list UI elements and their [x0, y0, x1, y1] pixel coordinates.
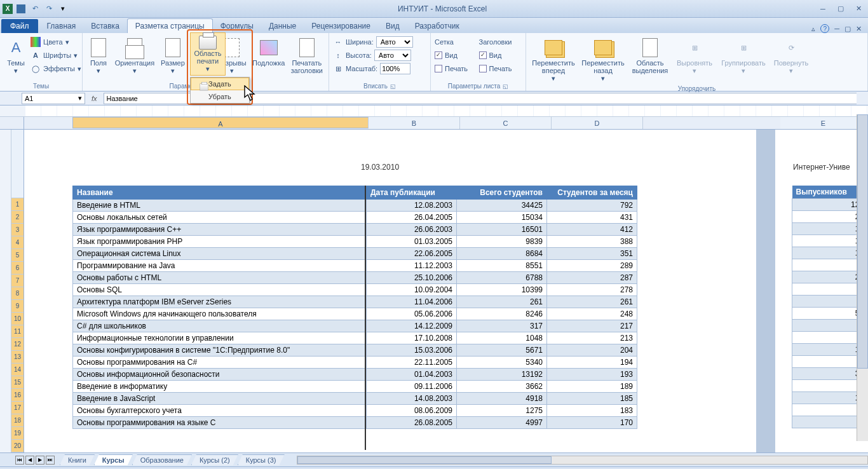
tab-developer[interactable]: Разработчик	[407, 19, 467, 33]
col-E[interactable]: E	[780, 117, 867, 129]
align-button[interactable]: ⊞Выровнять▾	[674, 36, 715, 76]
table-row[interactable]: Основы информационной безопасности01.04.…	[73, 369, 637, 381]
table-row[interactable]: Основы программирования на языке C26.08.…	[73, 417, 637, 429]
table-row[interactable]: Операционная система Linux22.06.20058684…	[73, 248, 637, 260]
sheet-tab-4[interactable]: Курсы (3)	[238, 454, 285, 465]
th-date[interactable]: Дата публикации	[367, 186, 457, 200]
print-area-button[interactable]: Область печати▾	[190, 32, 226, 76]
vertical-scrollbar[interactable]	[857, 114, 868, 441]
orientation-button[interactable]: Ориентация▾	[113, 36, 156, 76]
row-header[interactable]: 7	[11, 275, 24, 287]
file-tab[interactable]: Файл	[1, 19, 38, 33]
row-header[interactable]: 15	[11, 376, 24, 389]
sheetopts-launcher[interactable]: ◱	[503, 83, 508, 90]
th-month[interactable]: Студентов за месяц	[547, 186, 637, 200]
undo-icon[interactable]	[29, 3, 41, 15]
doc-min-icon[interactable]: ─	[834, 25, 839, 32]
row-header[interactable]: 13	[11, 351, 24, 364]
send-backward-button[interactable]: Переместить назад▾	[580, 36, 627, 84]
tab-review[interactable]: Рецензирование	[304, 19, 378, 33]
sheet-tab-0[interactable]: Книги	[60, 454, 95, 465]
row-header[interactable]: 6	[11, 262, 24, 275]
data-table[interactable]: Название Дата публикации Всего студентов…	[72, 186, 637, 429]
doc-restore-icon[interactable]: ▢	[844, 25, 851, 33]
row-header[interactable]: 1	[11, 198, 24, 211]
table-row[interactable]: Основы SQL10.09.200410399278	[73, 284, 637, 296]
th-name[interactable]: Название	[73, 186, 367, 200]
select-all-corner[interactable]	[0, 117, 24, 129]
col-C[interactable]: C	[460, 117, 552, 129]
tab-view[interactable]: Вид	[378, 19, 407, 33]
th-total[interactable]: Всего студентов	[457, 186, 547, 200]
tab-insert[interactable]: Вставка	[83, 19, 127, 33]
horizontal-scrollbar[interactable]	[297, 456, 868, 465]
row-header[interactable]: 17	[11, 402, 24, 414]
row-header[interactable]: 2	[11, 211, 24, 224]
table-row[interactable]: Основы бухгалтерского учета08.06.2009127…	[73, 405, 637, 417]
group-button[interactable]: ⊞Группировать▾	[718, 36, 769, 76]
row-header[interactable]: 4	[11, 236, 24, 249]
rotate-button[interactable]: ⟳Повернуть▾	[771, 36, 811, 76]
ribbon-minimize-icon[interactable]: ▵	[811, 25, 815, 33]
margins-button[interactable]: Поля▾	[86, 36, 111, 76]
name-box[interactable]: A1▾	[22, 93, 85, 104]
help-icon[interactable]: ?	[820, 24, 829, 33]
row-header[interactable]: 11	[11, 325, 24, 338]
table-row[interactable]: C# для школьников14.12.2009317217	[73, 320, 637, 332]
scale-input[interactable]	[380, 63, 410, 74]
sheet-tab-3[interactable]: Курсы (2)	[191, 454, 238, 465]
colors-button[interactable]: Цвета▾	[31, 36, 81, 48]
table-row[interactable]: Введение в JavaScript14.08.20034918185	[73, 393, 637, 405]
minimize-icon[interactable]: ─	[816, 3, 830, 15]
row-header[interactable]: 5	[11, 249, 24, 262]
row-header[interactable]: 10	[11, 313, 24, 325]
effects-button[interactable]: ◯Эффекты▾	[31, 62, 81, 75]
print-area-set[interactable]: Задать	[191, 78, 249, 90]
printtitles-button[interactable]: Печатать заголовки	[289, 36, 325, 76]
table-row[interactable]: Информационные технологии в управлении17…	[73, 332, 637, 344]
row-header[interactable]: 12	[11, 338, 24, 351]
grid-view-check[interactable]	[435, 51, 442, 59]
sheet-tab-2[interactable]: Образование	[132, 454, 192, 465]
table-row[interactable]: Язык программирования C++26.06.200316501…	[73, 224, 637, 236]
maximize-icon[interactable]: ▢	[834, 3, 848, 15]
row-header[interactable]: 20	[11, 440, 24, 452]
doc-close-icon[interactable]: ✕	[856, 25, 862, 33]
scale-launcher[interactable]: ◱	[390, 83, 396, 90]
row-header[interactable]: 9	[11, 300, 24, 313]
table-row[interactable]: Microsoft Windows для начинающего пользо…	[73, 308, 637, 320]
bring-forward-button[interactable]: Переместить вперед▾	[530, 36, 577, 84]
close-icon[interactable]: ✕	[851, 3, 865, 15]
grid-print-check[interactable]	[435, 65, 442, 72]
themes-button[interactable]: A Темы▾	[4, 36, 28, 76]
tab-next-icon[interactable]: ▶	[36, 456, 44, 465]
col-A[interactable]: A	[72, 117, 369, 128]
row-header[interactable]: 14	[11, 364, 24, 376]
table-row[interactable]: Основы локальных сетей26.04.200515034431	[73, 212, 637, 224]
tab-prev-icon[interactable]: ◀	[25, 456, 34, 465]
row-header[interactable]: 18	[11, 414, 24, 427]
qat-more-icon[interactable]: ▾	[57, 3, 69, 15]
fx-icon[interactable]: fx	[92, 95, 97, 102]
table-row[interactable]: Основы программирования на C#22.11.20055…	[73, 357, 637, 369]
table-row[interactable]: Основы конфигурирования в системе "1С:Пр…	[73, 344, 637, 357]
redo-icon[interactable]	[43, 3, 55, 15]
tab-data[interactable]: Данные	[261, 19, 304, 33]
col-B[interactable]: B	[369, 117, 460, 129]
table-row[interactable]: Введение в информатику09.11.20063662189	[73, 381, 637, 393]
tab-home[interactable]: Главная	[39, 19, 84, 33]
width-select[interactable]: Авто	[376, 36, 413, 48]
selection-pane-button[interactable]: Область выделения	[629, 36, 671, 76]
tab-last-icon[interactable]: ⏭	[46, 456, 55, 465]
row-header[interactable]: 8	[11, 287, 24, 300]
row-header[interactable]: 3	[11, 224, 24, 236]
col-D[interactable]: D	[552, 117, 643, 129]
fonts-button[interactable]: AШрифты▾	[31, 49, 81, 62]
table-row[interactable]: Архитектура платформ IBM eServer zSeries…	[73, 296, 637, 308]
head-print-check[interactable]	[479, 65, 487, 72]
table-row[interactable]: Программирование на Java11.12.2003855128…	[73, 260, 637, 272]
size-button[interactable]: Размер▾	[159, 36, 187, 76]
tab-first-icon[interactable]: ⏮	[15, 456, 24, 465]
sheet-tab-1[interactable]: Курсы	[94, 454, 133, 465]
worksheet[interactable]: 19.03.2010 Интернет-Униве Название Дата …	[24, 130, 868, 452]
